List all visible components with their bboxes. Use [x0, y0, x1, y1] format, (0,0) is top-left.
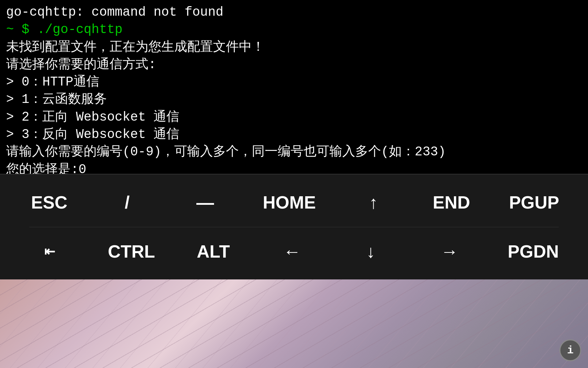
- dash-key[interactable]: —: [185, 192, 226, 213]
- terminal-line-9: 您的选择是:0: [6, 161, 582, 174]
- info-button[interactable]: i: [559, 339, 581, 361]
- terminal-output: go-cqhttp: command not found~ $ ./go-cqh…: [0, 0, 588, 174]
- terminal-line-5: > 1：云函数服务: [6, 91, 582, 108]
- alt-key[interactable]: ALT: [193, 241, 234, 262]
- virtual-keyboard: ESC/—HOME↑ENDPGUP ⇤CTRLALT←↓→PGDN: [0, 174, 588, 279]
- pgdn-key[interactable]: PGDN: [508, 241, 559, 262]
- end-key[interactable]: END: [431, 192, 472, 213]
- esc-key[interactable]: ESC: [29, 192, 70, 213]
- tab-key[interactable]: ⇤: [29, 244, 70, 259]
- terminal-line-1: ~ $ ./go-cqhttp: [6, 21, 582, 38]
- terminal-line-2: 未找到配置文件，正在为您生成配置文件中！: [6, 39, 582, 56]
- slash-key[interactable]: /: [107, 192, 148, 213]
- terminal-line-0: go-cqhttp: command not found: [6, 3, 582, 21]
- terminal-line-3: 请选择你需要的通信方式:: [6, 56, 582, 73]
- keyboard-row-1: ESC/—HOME↑ENDPGUP: [0, 178, 588, 227]
- down-arrow-key[interactable]: ↓: [350, 241, 391, 262]
- terminal-line-7: > 3：反向 Websocket 通信: [6, 126, 582, 143]
- info-button-label: i: [567, 344, 573, 357]
- ctrl-key[interactable]: CTRL: [108, 241, 155, 262]
- home-key[interactable]: HOME: [263, 192, 316, 213]
- left-arrow-key[interactable]: ←: [272, 241, 312, 262]
- terminal-line-8: 请输入你需要的编号(0-9)，可输入多个，同一编号也可输入多个(如：233): [6, 143, 582, 160]
- up-arrow-key[interactable]: ↑: [353, 192, 394, 213]
- pgup-key[interactable]: PGUP: [509, 192, 559, 213]
- terminal-line-6: > 2：正向 Websocket 通信: [6, 108, 582, 126]
- keyboard-row-2: ⇤CTRLALT←↓→PGDN: [0, 227, 588, 276]
- right-arrow-key[interactable]: →: [429, 241, 470, 262]
- bottom-decoration: i: [0, 279, 588, 368]
- terminal-line-4: > 0：HTTP通信: [6, 73, 582, 91]
